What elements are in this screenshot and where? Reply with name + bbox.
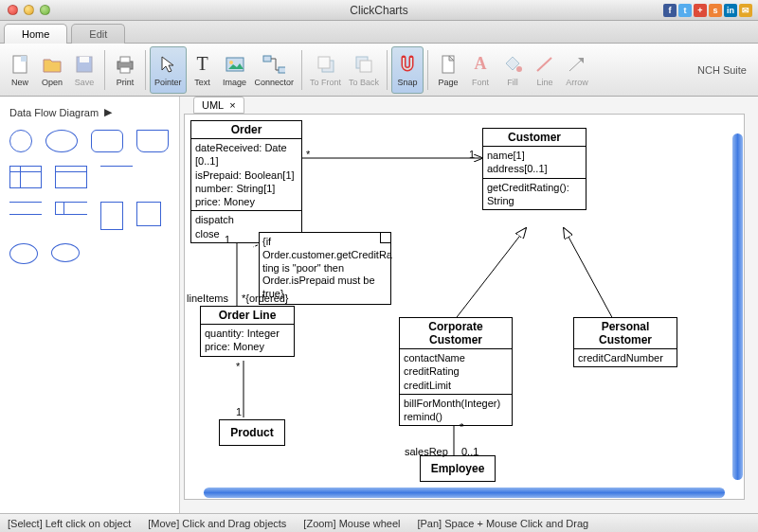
canvas-area: UML× Order dateReceived: Date [0..1] isP… xyxy=(180,97,758,513)
page-button[interactable]: Page xyxy=(432,46,464,94)
mult-label: * xyxy=(306,149,310,160)
shape-ellipse[interactable] xyxy=(45,130,78,152)
svg-rect-14 xyxy=(360,61,371,72)
shape-tall-rect[interactable] xyxy=(100,202,123,230)
brand-label[interactable]: NCH Suite xyxy=(697,64,747,76)
status-move: [Move] Click and Drag objects xyxy=(148,518,286,529)
linkedin-icon[interactable]: in xyxy=(724,4,737,17)
shape-datastore[interactable] xyxy=(136,130,169,152)
font-button[interactable]: AFont xyxy=(464,46,496,94)
shape-line1[interactable] xyxy=(100,166,133,168)
tofront-button[interactable]: To Front xyxy=(306,46,345,94)
mult-label: * xyxy=(236,361,240,372)
tab-edit[interactable]: Edit xyxy=(71,24,125,44)
shape-open-rect[interactable] xyxy=(9,202,42,215)
uml-class-orderline[interactable]: Order Line quantity: Integer price: Mone… xyxy=(200,306,295,357)
shape-open-right[interactable] xyxy=(55,202,87,215)
shape-circle[interactable] xyxy=(9,130,32,152)
pointer-button[interactable]: Pointer xyxy=(150,46,187,94)
snap-button[interactable]: Snap xyxy=(391,46,424,94)
svg-line-22 xyxy=(454,228,526,321)
close-icon[interactable]: × xyxy=(229,99,235,111)
connector-button[interactable]: Connector xyxy=(251,46,298,94)
shape-header[interactable] xyxy=(55,166,87,188)
arrow-button[interactable]: Arrow xyxy=(561,46,593,94)
tab-home[interactable]: Home xyxy=(4,24,67,44)
mult-label: 1 xyxy=(236,406,242,417)
minimize-window-button[interactable] xyxy=(24,5,34,15)
chevron-right-icon: ▶ xyxy=(104,106,112,118)
status-pan: [Pan] Space + Mouse Click and Drag xyxy=(417,518,588,529)
ribbon-tabs: Home Edit xyxy=(0,21,758,44)
text-button[interactable]: TText xyxy=(187,46,219,94)
canvas[interactable]: Order dateReceived: Date [0..1] isPrepai… xyxy=(184,114,745,500)
status-zoom: [Zoom] Mouse wheel xyxy=(303,518,400,529)
svg-rect-6 xyxy=(120,67,130,73)
assoc-label: *{ordered} xyxy=(242,293,289,304)
titlebar: ClickCharts f t + s in ✉ xyxy=(0,0,758,21)
status-select: [Select] Left click on object xyxy=(8,518,131,529)
shape-square[interactable] xyxy=(136,202,161,226)
open-button[interactable]: Open xyxy=(36,46,68,94)
uml-class-customer[interactable]: Customer name[1] address[0..1] getCredit… xyxy=(482,128,587,210)
facebook-icon[interactable]: f xyxy=(663,4,677,17)
shape-wide-ellipse[interactable] xyxy=(9,243,38,264)
mult-label: 1 xyxy=(469,149,475,160)
toolbar: New Open Save Print Pointer TText Image … xyxy=(0,44,758,97)
svg-line-23 xyxy=(564,228,614,321)
shapes-sidebar: Data Flow Diagram▶ xyxy=(0,97,180,513)
svg-rect-3 xyxy=(80,57,89,62)
uml-class-employee[interactable]: Employee xyxy=(420,455,496,482)
shape-ellipse2[interactable] xyxy=(51,243,80,262)
svg-rect-10 xyxy=(279,67,285,73)
svg-rect-5 xyxy=(120,57,130,62)
sidebar-header[interactable]: Data Flow Diagram▶ xyxy=(6,102,173,122)
svg-line-18 xyxy=(569,60,582,71)
uml-class-corporate[interactable]: Corporate Customer contactName creditRat… xyxy=(399,317,513,426)
svg-rect-1 xyxy=(21,56,27,62)
shape-table[interactable] xyxy=(9,166,42,188)
svg-line-17 xyxy=(537,58,551,71)
vertical-scrollbar[interactable] xyxy=(732,133,743,480)
twitter-icon[interactable]: t xyxy=(678,4,692,17)
mult-label: 1 xyxy=(225,234,230,245)
line-button[interactable]: Line xyxy=(529,46,561,94)
zoom-window-button[interactable] xyxy=(40,5,50,15)
uml-class-personal[interactable]: Personal Customer creditCardNumber xyxy=(573,317,677,367)
svg-point-16 xyxy=(516,66,522,72)
stumble-icon[interactable]: s xyxy=(709,4,722,17)
assoc-label: lineItems xyxy=(187,293,228,304)
fill-button[interactable]: Fill xyxy=(496,46,529,94)
toback-button[interactable]: To Back xyxy=(345,46,383,94)
uml-class-order[interactable]: Order dateReceived: Date [0..1] isPrepai… xyxy=(190,120,302,243)
image-button[interactable]: Image xyxy=(219,46,251,94)
horizontal-scrollbar[interactable] xyxy=(204,488,725,498)
uml-class-product[interactable]: Product xyxy=(219,419,285,446)
window-title: ClickCharts xyxy=(0,4,758,17)
statusbar: [Select] Left click on object [Move] Cli… xyxy=(0,513,758,532)
print-button[interactable]: Print xyxy=(109,46,141,94)
gplus-icon[interactable]: + xyxy=(694,4,707,17)
svg-point-8 xyxy=(229,61,233,64)
document-tab[interactable]: UML× xyxy=(193,97,244,114)
new-button[interactable]: New xyxy=(4,46,36,94)
mult-label: * xyxy=(460,421,463,433)
assoc-label: salesRep xyxy=(405,446,448,457)
close-window-button[interactable] xyxy=(8,5,18,15)
shape-rounded-rect[interactable] xyxy=(91,130,123,152)
mult-label: 0..1 xyxy=(461,446,478,457)
rss-icon[interactable]: ✉ xyxy=(739,4,752,17)
save-button[interactable]: Save xyxy=(68,46,100,94)
svg-rect-12 xyxy=(318,57,330,68)
svg-rect-9 xyxy=(263,56,271,62)
